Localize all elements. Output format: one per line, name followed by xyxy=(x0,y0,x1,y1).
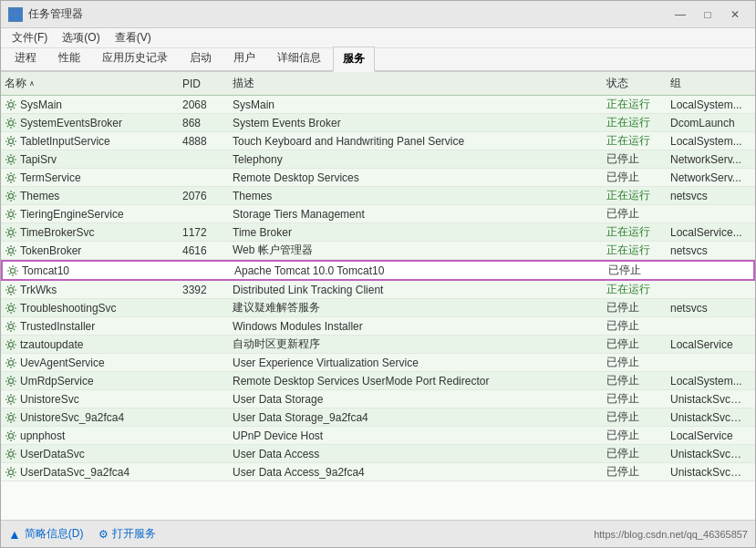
tab-users[interactable]: 用户 xyxy=(223,46,265,70)
table-row[interactable]: TrkWks 3392 Distributed Link Tracking Cl… xyxy=(1,281,755,299)
table-header: 名称 ∧ PID 描述 状态 组 xyxy=(1,72,755,96)
table-row[interactable]: UserDataSvc User Data Access 已停止 Unistac… xyxy=(1,445,755,463)
service-icon xyxy=(5,284,17,296)
svg-point-8 xyxy=(9,175,14,180)
cell-desc: Time Broker xyxy=(229,225,603,240)
cell-pid: 4888 xyxy=(179,134,229,149)
svg-point-19 xyxy=(9,378,14,383)
cell-desc: Themes xyxy=(229,189,603,203)
cell-status: 已停止 xyxy=(603,354,667,371)
header-desc[interactable]: 描述 xyxy=(229,74,603,93)
table-row[interactable]: upnphost UPnP Device Host 已停止 LocalServi… xyxy=(1,427,755,445)
table-row[interactable]: TapiSrv Telephony 已停止 NetworkServ... xyxy=(1,150,755,169)
tab-app-history[interactable]: 应用历史记录 xyxy=(92,46,178,70)
svg-point-4 xyxy=(9,102,14,107)
cell-name: SystemEventsBroker xyxy=(1,116,179,130)
table-row[interactable]: UserDataSvc_9a2fca4 User Data Access_9a2… xyxy=(1,463,755,481)
cell-status: 已停止 xyxy=(603,205,667,222)
cell-group: NetworkServ... xyxy=(667,171,749,185)
cell-name: TieringEngineService xyxy=(1,207,179,222)
table-row[interactable]: Tomcat10 Apache Tomcat 10.0 Tomcat10 已停止 xyxy=(1,260,755,281)
menu-options[interactable]: 选项(O) xyxy=(55,28,107,47)
cell-desc: User Data Access xyxy=(229,447,603,461)
table-row[interactable]: UevAgentService User Experience Virtuali… xyxy=(1,354,755,372)
table-row[interactable]: TermService Remote Desktop Services 已停止 … xyxy=(1,169,755,187)
table-row[interactable]: Themes 2076 Themes 正在运行 netsvcs xyxy=(1,187,755,205)
cell-name: TrkWks xyxy=(1,283,179,297)
service-icon xyxy=(5,302,17,315)
cell-group: netsvcs xyxy=(667,243,749,258)
cell-name: TermService xyxy=(1,171,179,185)
table-row[interactable]: TieringEngineService Storage Tiers Manag… xyxy=(1,205,755,223)
cell-status: 正在运行 xyxy=(603,132,667,150)
minimize-button[interactable]: — xyxy=(668,5,693,25)
tab-startup[interactable]: 启动 xyxy=(180,46,222,70)
service-icon xyxy=(5,171,17,184)
svg-point-23 xyxy=(9,451,14,456)
service-icon xyxy=(5,208,17,221)
table-row[interactable]: TrustedInstaller Windows Modules Install… xyxy=(1,317,755,336)
cell-status: 已停止 xyxy=(603,445,667,462)
header-group[interactable]: 组 xyxy=(667,74,749,93)
menu-file[interactable]: 文件(F) xyxy=(5,28,55,47)
cell-name: upnphost xyxy=(1,429,179,443)
cell-desc: Storage Tiers Management xyxy=(229,207,603,222)
task-manager-window: 任务管理器 — □ ✕ 文件(F) 选项(O) 查看(V) 进程 性能 应用历史… xyxy=(0,0,756,548)
cell-status: 已停止 xyxy=(603,150,667,168)
cell-name: UserDataSvc xyxy=(1,447,179,461)
service-icon xyxy=(5,98,17,111)
table-row[interactable]: UnistoreSvc User Data Storage 已停止 Unista… xyxy=(1,390,755,408)
table-row[interactable]: TroubleshootingSvc 建议疑难解答服务 已停止 netsvcs xyxy=(1,299,755,317)
table-body[interactable]: SysMain 2068 SysMain 正在运行 LocalSystem...… xyxy=(1,96,755,520)
table-row[interactable]: TimeBrokerSvc 1172 Time Broker 正在运行 Loca… xyxy=(1,223,755,242)
cell-pid xyxy=(179,159,229,160)
close-button[interactable]: ✕ xyxy=(722,5,748,25)
open-services-label: 打开服务 xyxy=(112,526,156,542)
footer-url: https://blog.csdn.net/qq_46365857 xyxy=(594,529,748,540)
tab-services[interactable]: 服务 xyxy=(333,47,375,72)
service-icon xyxy=(5,466,17,479)
cell-desc: Distributed Link Tracking Client xyxy=(229,283,603,297)
cell-desc: SysMain xyxy=(229,98,603,112)
cell-group: LocalService xyxy=(667,429,749,443)
cell-pid: 1172 xyxy=(179,225,229,240)
cell-status: 已停止 xyxy=(603,390,667,408)
table-row[interactable]: tzautoupdate 自动时区更新程序 已停止 LocalService xyxy=(1,336,755,354)
cell-desc: System Events Broker xyxy=(229,116,603,130)
table-row[interactable]: UnistoreSvc_9a2fca4 User Data Storage_9a… xyxy=(1,408,755,427)
table-row[interactable]: SystemEventsBroker 868 System Events Bro… xyxy=(1,114,755,132)
cell-pid xyxy=(179,417,229,419)
svg-point-24 xyxy=(9,470,14,474)
cell-pid xyxy=(179,398,229,400)
tab-processes[interactable]: 进程 xyxy=(5,46,47,70)
table-row[interactable]: TabletInputService 4888 Touch Keyboard a… xyxy=(1,132,755,150)
cell-name: TrustedInstaller xyxy=(1,319,179,334)
tab-details[interactable]: 详细信息 xyxy=(267,46,331,70)
svg-point-12 xyxy=(9,248,14,253)
cell-name: SysMain xyxy=(1,98,179,112)
cell-pid: 4616 xyxy=(179,243,229,258)
cell-group: UnistackSvcG... xyxy=(667,465,749,480)
cell-group: LocalSystem... xyxy=(667,374,749,388)
table-row[interactable]: UmRdpService Remote Desktop Services Use… xyxy=(1,372,755,390)
cell-group: UnistackSvcG... xyxy=(667,392,749,407)
tab-performance[interactable]: 性能 xyxy=(48,46,90,70)
service-icon xyxy=(5,320,17,333)
summary-info-label: 简略信息(D) xyxy=(25,526,84,542)
cell-status: 已停止 xyxy=(603,372,667,389)
menu-view[interactable]: 查看(V) xyxy=(108,28,159,47)
content-area: 名称 ∧ PID 描述 状态 组 SysMain 2068 SysMain 正在… xyxy=(1,72,755,520)
header-pid[interactable]: PID xyxy=(179,76,229,92)
service-icon xyxy=(5,448,17,460)
summary-info-button[interactable]: ▲ 简略信息(D) xyxy=(8,526,84,542)
header-name[interactable]: 名称 ∧ xyxy=(1,74,179,93)
app-icon xyxy=(8,7,23,22)
cell-pid xyxy=(181,270,231,272)
maximize-button[interactable]: □ xyxy=(695,5,720,25)
open-services-button[interactable]: ⚙ 打开服务 xyxy=(98,526,156,542)
table-row[interactable]: TokenBroker 4616 Web 帐户管理器 正在运行 netsvcs xyxy=(1,242,755,260)
cell-name: UserDataSvc_9a2fca4 xyxy=(1,465,179,480)
table-row[interactable]: SysMain 2068 SysMain 正在运行 LocalSystem... xyxy=(1,96,755,114)
cell-group: LocalSystem... xyxy=(667,98,749,112)
header-status[interactable]: 状态 xyxy=(603,74,667,93)
